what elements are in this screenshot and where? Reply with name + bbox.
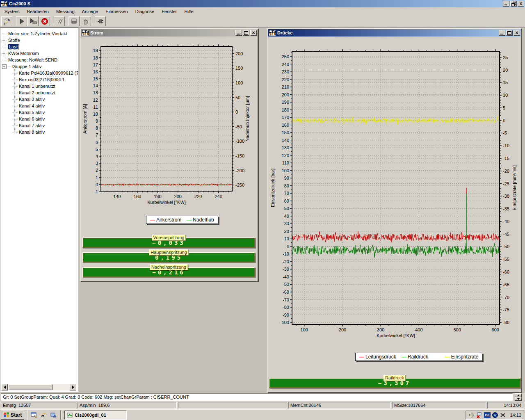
svg-text:100: 100 [235,80,243,85]
toolbar-probe-pen-button[interactable] [1,16,12,26]
quicklaunch-desktop-button[interactable] [29,411,39,420]
toolbar-stop-button[interactable] [39,16,50,26]
svg-text:80: 80 [284,183,289,188]
strom-maximize-button[interactable] [243,30,249,36]
tree-item-label: Karte Pci416J2a|00999612 (?) [19,71,78,75]
svg-text:-40: -40 [283,274,289,279]
druecke-close-button[interactable] [514,30,520,36]
menu-hilfe[interactable]: Hilfe [181,8,197,15]
menu-bar: SystemBearbeitenMessungAnzeigeEinmessenD… [0,7,525,16]
tree-item-gruppe-1-aktiv[interactable]: Gruppe 1 aktiv [0,63,78,70]
horizontal-scrollbar[interactable] [1,384,76,390]
spin-up-button[interactable] [515,393,522,397]
menu-system[interactable]: System [1,8,23,15]
tree-collapse-icon[interactable] [2,64,7,69]
tree-item-kanal-7-aktiv[interactable]: Kanal 7 aktiv [0,122,78,129]
nacheinspritzung-display: Nacheinspritzung −0,216 [82,264,255,278]
tree-guide-line [14,69,15,132]
tree-item-last[interactable]: Last [0,43,78,50]
toolbar-window-button[interactable] [68,16,80,26]
scroll-left-button[interactable] [1,384,8,390]
tree-item-messung-nowait-send[interactable]: Messung: NoWait SEND [0,57,78,63]
druecke-minimize-button[interactable] [499,30,505,36]
tree-item-label: Kanal 4 aktiv [19,103,45,108]
scheduler-icon[interactable] [500,412,506,418]
up-arrow-icon [517,393,520,396]
tree-item-stoffe[interactable]: Stoffe [0,37,78,43]
svg-text:6: 6 [96,140,98,145]
menu-messung[interactable]: Messung [52,8,78,15]
svg-text:-55: -55 [503,257,509,262]
tree-item-kanal-2-unbenutzt[interactable]: Kanal 2 unbenutzt [0,89,78,96]
start-button[interactable]: Start [1,411,24,420]
svg-text:0: 0 [503,118,505,123]
mail-app-icon [50,412,57,418]
taskbar-separator [26,411,27,420]
toolbar-play-button[interactable] [16,16,27,26]
play-measure-icon [29,18,37,25]
toolbar-hand-button[interactable] [80,16,91,26]
tree-item-label: Last [8,44,18,49]
task-button-label: Cis2000gdi_01 [75,413,106,418]
svg-text:150: 150 [282,130,289,135]
raildruck-label-text: Raildruck [385,375,404,380]
tree-item-kanal-6-aktiv[interactable]: Kanal 6 aktiv [0,116,78,122]
close-button[interactable] [518,1,524,7]
svg-text:25: 25 [503,55,508,60]
tree-item-kanal-5-aktiv[interactable]: Kanal 5 aktiv [0,109,78,116]
tree-item-karte-pci416j2a-00999612[interactable]: Karte Pci416J2a|00999612 (?) [0,70,78,76]
task-button-cis2000gdi[interactable]: Cis2000gdi_01 [64,411,127,420]
status-cell-1: Asp/min 189,6 [78,402,177,409]
menu-fenster[interactable]: Fenster [158,8,180,15]
quicklaunch-browser-button[interactable]: e [39,411,49,420]
menu-einmessen[interactable]: Einmessen [102,8,131,15]
druecke-title-bar[interactable]: CIS2000 Drücke [268,29,521,37]
restore-button[interactable] [510,1,517,7]
svg-text:-5: -5 [503,130,507,135]
spin-down-button[interactable] [515,397,522,401]
tree-item-kanal-8-aktiv[interactable]: Kanal 8 aktiv [0,129,78,135]
mdi-area: CIS2000 Strom 19181716151413121110987654… [78,27,525,393]
menu-bearbeiten[interactable]: Bearbeiten [23,8,52,15]
tree-item-kanal-4-aktiv[interactable]: Kanal 4 aktiv [0,103,78,109]
scroll-right-button[interactable] [70,384,76,390]
druecke-maximize-button[interactable] [506,30,513,36]
quicklaunch-mail-button[interactable] [49,411,59,420]
probe-pen-icon [3,18,11,25]
keyboard-layout-indicator[interactable]: DE [484,412,491,418]
strom-title-bar[interactable]: CIS2000 Strom [81,29,258,37]
svg-text:-15: -15 [503,156,509,161]
toolbar [0,16,525,27]
menu-anzeige[interactable]: Anzeige [78,8,102,15]
tree-item-motor-sim-1-zylinder-viertakt[interactable]: Motor sim: 1-Zylinder Viertakt [0,30,78,37]
network-error-icon[interactable] [476,412,483,418]
tree-item-label: KWG Motorsim [8,51,39,56]
toolbar-double-slash-button[interactable] [54,16,65,26]
right-arrow-icon [72,386,76,389]
legend-label: Einspritzrate [451,354,479,360]
tree-item-label: Stoffe [8,38,20,43]
scrollbar-thumb[interactable] [8,384,52,390]
toolbar-plug-button[interactable] [95,16,106,26]
menu-diagnose[interactable]: Diagnose [132,8,158,15]
start-label: Start [11,412,22,418]
window-title: Cis2000 S [9,1,502,6]
toolbar-play-measure-button[interactable] [27,16,39,26]
tray-clock[interactable]: 14:13 [510,413,521,418]
strom-close-button[interactable] [250,30,257,36]
legend-label: Raildruck [408,354,428,360]
legend-dash-icon: — [445,354,450,360]
legend-dash-icon: — [187,217,192,223]
svg-text:-150: -150 [235,153,244,158]
tree-item-kanal-3-aktiv[interactable]: Kanal 3 aktiv [0,96,78,103]
antivirus-icon[interactable] [492,412,498,418]
svg-text:11: 11 [94,105,98,110]
strom-minimize-button[interactable] [235,30,242,36]
minimize-button[interactable] [503,1,509,7]
tree-item-kanal-1-unbenutzt[interactable]: Kanal 1 unbenutzt [0,83,78,89]
volume-icon[interactable] [468,412,475,418]
tree-item-kwg-motorsim[interactable]: KWG Motorsim [0,50,78,57]
svg-text:20: 20 [503,68,508,73]
tree-item-label: Kanal 3 aktiv [19,97,45,102]
tree-item-box-cis03-2716-0004-1[interactable]: Box cis03|2716|0004:1 [0,76,78,83]
